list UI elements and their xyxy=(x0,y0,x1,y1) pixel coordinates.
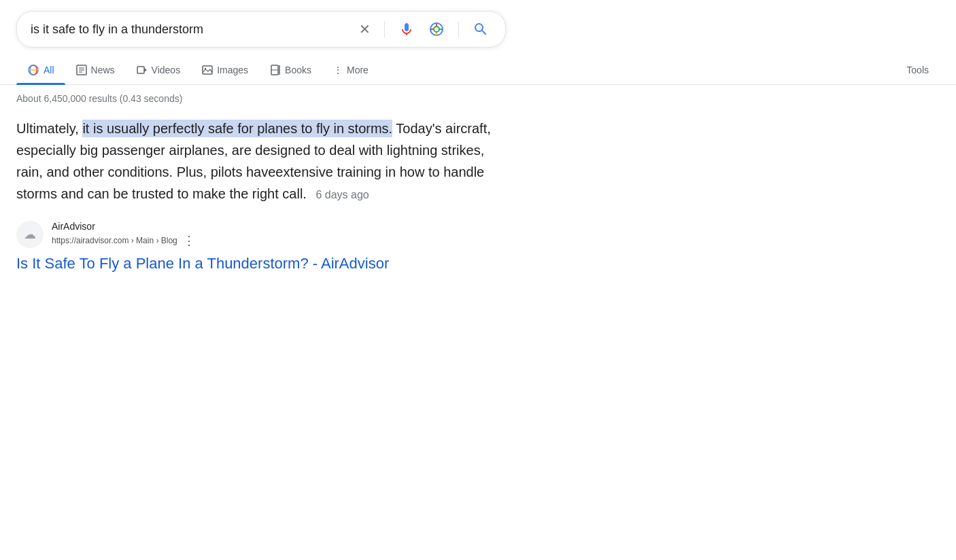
result-title-link[interactable]: Is It Safe To Fly a Plane In a Thunderst… xyxy=(16,255,389,272)
lens-icon xyxy=(428,21,445,37)
videos-tab-icon xyxy=(137,65,148,75)
clear-icon: ✕ xyxy=(359,21,371,37)
all-tab-icon xyxy=(27,64,39,76)
tab-more-label: More xyxy=(347,65,369,75)
search-divider-2 xyxy=(458,21,459,37)
svg-point-1 xyxy=(434,27,439,32)
tab-all[interactable]: All xyxy=(16,57,65,84)
tab-books[interactable]: Books xyxy=(259,58,322,84)
books-tab-icon xyxy=(270,65,281,75)
source-name: AirAdvisor xyxy=(52,221,195,232)
tab-videos-label: Videos xyxy=(152,65,181,75)
featured-snippet: Ultimately, it is usually perfectly safe… xyxy=(16,118,500,205)
tab-all-label: All xyxy=(44,65,54,75)
tab-videos[interactable]: Videos xyxy=(126,58,192,84)
source-url-row: https://airadvisor.com › Main › Blog ⋮ xyxy=(52,233,195,248)
clear-button[interactable]: ✕ xyxy=(356,18,373,40)
news-tab-icon xyxy=(76,65,87,75)
cloud-icon: ☁ xyxy=(24,227,36,242)
tools-label: Tools xyxy=(906,65,929,75)
search-button[interactable] xyxy=(470,18,492,40)
tab-news[interactable]: News xyxy=(65,58,126,84)
voice-search-button[interactable] xyxy=(396,18,417,40)
more-tab-icon: ⋮ xyxy=(333,65,343,75)
nav-tabs: All News Videos xyxy=(0,52,956,85)
svg-marker-13 xyxy=(144,68,147,72)
results-container: About 6,450,000 results (0.43 seconds) U… xyxy=(0,85,517,275)
tab-images[interactable]: Images xyxy=(191,58,259,84)
search-icon xyxy=(473,21,489,37)
snippet-timestamp: 6 days ago xyxy=(315,189,369,200)
tab-images-label: Images xyxy=(217,65,248,75)
tools-button[interactable]: Tools xyxy=(895,58,940,84)
search-input[interactable]: is it safe to fly in a thunderstorm xyxy=(31,22,348,37)
image-search-button[interactable] xyxy=(426,18,447,40)
tab-books-label: Books xyxy=(285,65,311,75)
source-info: AirAdvisor https://airadvisor.com › Main… xyxy=(52,221,195,248)
images-tab-icon xyxy=(202,65,213,75)
mic-icon xyxy=(398,21,415,37)
results-count: About 6,450,000 results (0.43 seconds) xyxy=(16,93,500,104)
source-url: https://airadvisor.com › Main › Blog xyxy=(52,236,177,245)
source-favicon: ☁ xyxy=(16,221,44,248)
search-box: is it safe to fly in a thunderstorm ✕ xyxy=(16,11,506,48)
snippet-highlight: it is usually perfectly safe for planes … xyxy=(82,120,392,137)
tab-more[interactable]: ⋮ More xyxy=(322,58,379,84)
source-menu-icon[interactable]: ⋮ xyxy=(183,233,195,248)
tab-news-label: News xyxy=(91,65,115,75)
search-bar-container: is it safe to fly in a thunderstorm ✕ xyxy=(0,0,956,48)
search-divider xyxy=(384,21,385,37)
svg-rect-12 xyxy=(137,67,144,73)
snippet-text-before: Ultimately, xyxy=(16,121,82,136)
source-row: ☁ AirAdvisor https://airadvisor.com › Ma… xyxy=(16,221,500,248)
snippet-text: Ultimately, it is usually perfectly safe… xyxy=(16,118,500,205)
